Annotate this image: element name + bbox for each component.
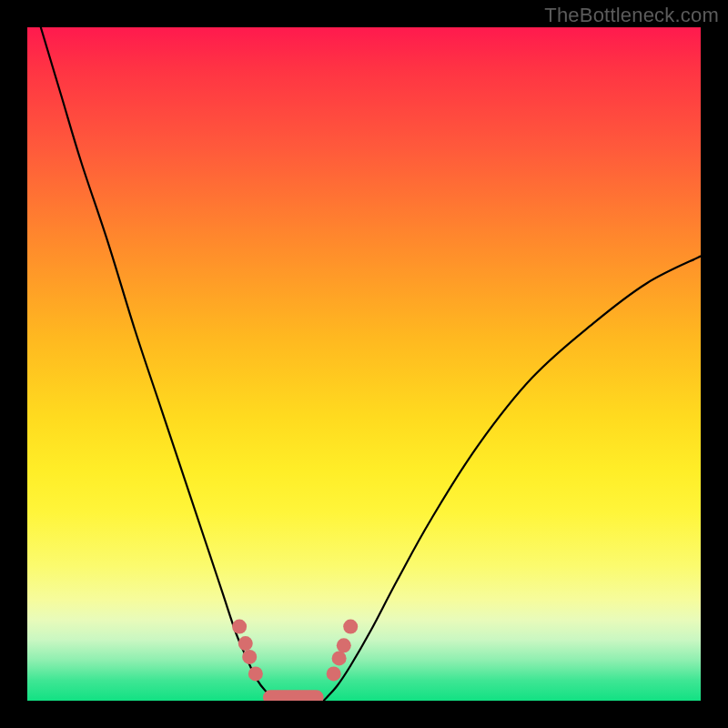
- markers-group: [232, 620, 358, 701]
- marker-right-dot-1: [332, 651, 347, 665]
- plot-svg: [27, 27, 701, 701]
- watermark-text: TheBottleneck.com: [544, 4, 719, 27]
- marker-right-dot-2: [337, 638, 351, 652]
- marker-left-dot-3: [248, 666, 263, 681]
- curve-right-curve: [324, 257, 701, 701]
- valley-capsule: [263, 690, 324, 701]
- marker-right-dot-3: [343, 620, 358, 634]
- marker-left-dot-0: [232, 620, 247, 634]
- curve-left-curve: [41, 27, 277, 701]
- marker-left-dot-2: [242, 650, 257, 664]
- marker-left-dot-1: [238, 636, 253, 651]
- marker-right-dot-0: [327, 666, 341, 681]
- curves-group: [41, 27, 701, 701]
- plot-area: [27, 27, 701, 701]
- chart-frame: TheBottleneck.com: [0, 0, 728, 728]
